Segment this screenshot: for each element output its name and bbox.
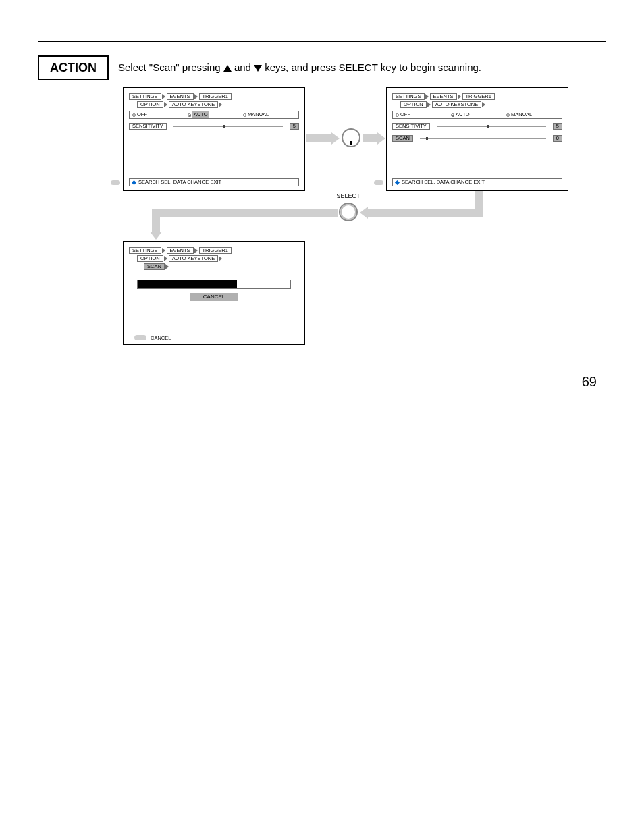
slider-row-b1: SENSITIVITY 5 xyxy=(392,123,562,130)
chevron-right-icon xyxy=(425,94,429,99)
panel-a: SETTINGS EVENTS TRIGGER1 OPTION AUTO KEY… xyxy=(123,87,305,191)
pill-icon xyxy=(111,180,120,185)
up-arrow-icon xyxy=(223,65,232,72)
bc-seg: OPTION xyxy=(400,101,427,108)
arrow-head-icon xyxy=(150,232,162,240)
chevron-right-icon xyxy=(458,94,461,99)
action-label: ACTION xyxy=(38,55,109,80)
chevron-right-icon xyxy=(164,256,167,261)
radio-label: MANUAL xyxy=(248,111,269,118)
down-arrow-icon xyxy=(254,65,262,72)
slider-value: 5 xyxy=(553,123,562,130)
select-label: SELECT xyxy=(337,192,360,199)
chevron-right-icon xyxy=(162,248,165,253)
diamond-icon xyxy=(395,180,400,184)
bc-seg: AUTO KEYSTONE xyxy=(169,101,219,108)
arrow-segment xyxy=(306,134,331,142)
chevron-right-icon xyxy=(165,264,169,269)
radio-row-a: OFF AUTO MANUAL xyxy=(129,111,299,119)
radio-label: AUTO xyxy=(456,111,470,118)
radio-label: OFF xyxy=(137,111,147,118)
arrow-head-icon xyxy=(331,132,340,145)
bc-seg: SCAN xyxy=(144,263,165,270)
selector-knob-icon xyxy=(341,128,361,148)
bc-seg: SETTINGS xyxy=(129,247,161,254)
instr-post: keys, and press SELECT key to begin scan… xyxy=(265,61,481,73)
pill-icon xyxy=(374,180,383,185)
instruction-text: Select "Scan" pressing and keys, and pre… xyxy=(118,61,481,74)
bc-seg: OPTION xyxy=(137,255,163,262)
breadcrumb-a1: SETTINGS EVENTS TRIGGER1 xyxy=(129,93,299,100)
chevron-right-icon xyxy=(194,94,198,99)
bc-seg: SETTINGS xyxy=(392,93,425,100)
arrow-segment xyxy=(152,209,160,233)
bc-seg: TRIGGER1 xyxy=(462,93,495,100)
bc-seg: AUTO KEYSTONE xyxy=(169,255,219,262)
rule-top xyxy=(38,41,606,42)
bc-seg: EVENTS xyxy=(167,93,194,100)
chevron-right-icon xyxy=(162,94,165,99)
arrow-head-icon xyxy=(377,132,385,145)
progress-block: CANCEL xyxy=(129,280,299,301)
panel-b: SETTINGS EVENTS TRIGGER1 OPTION AUTO KEY… xyxy=(386,87,568,191)
chevron-right-icon xyxy=(482,102,485,107)
breadcrumb-b1: SETTINGS EVENTS TRIGGER1 xyxy=(392,93,562,100)
page-number: 69 xyxy=(582,374,597,390)
bc-seg: AUTO KEYSTONE xyxy=(432,101,482,108)
panel-c: SETTINGS EVENTS TRIGGER1 OPTION AUTO KEY… xyxy=(123,241,305,345)
breadcrumb-c1: SETTINGS EVENTS TRIGGER1 xyxy=(129,247,299,254)
chevron-right-icon xyxy=(427,102,431,107)
chevron-right-icon xyxy=(219,256,222,261)
select-button-icon: SELECT xyxy=(338,202,358,222)
progress-bar xyxy=(137,280,291,289)
chevron-right-icon xyxy=(194,248,198,253)
radio-row-b: OFF AUTO MANUAL xyxy=(392,111,562,119)
chevron-right-icon xyxy=(219,102,222,107)
radio-label: OFF xyxy=(400,111,410,118)
slider-row-b2: SCAN 0 xyxy=(392,135,562,142)
bottom-text: SEARCH SEL. DATA CHANGE EXIT xyxy=(138,179,221,185)
arrow-head-icon xyxy=(360,207,368,219)
slider-label: SENSITIVITY xyxy=(129,123,167,130)
arrow-segment xyxy=(152,209,338,217)
bottom-text: SEARCH SEL. DATA CHANGE EXIT xyxy=(402,179,485,185)
bc-seg: SETTINGS xyxy=(129,93,161,100)
slider-value: 5 xyxy=(290,123,299,130)
diagram: SETTINGS EVENTS TRIGGER1 OPTION AUTO KEY… xyxy=(52,87,592,371)
breadcrumb-a2: OPTION AUTO KEYSTONE xyxy=(129,101,299,108)
breadcrumb-b2: OPTION AUTO KEYSTONE xyxy=(392,101,562,108)
slider-row-a: SENSITIVITY 5 xyxy=(129,123,299,130)
slider-label: SENSITIVITY xyxy=(392,123,430,130)
instr-mid: and xyxy=(234,61,254,73)
bc-seg: EVENTS xyxy=(167,247,194,254)
bc-seg: EVENTS xyxy=(430,93,457,100)
instruction-row: ACTION Select "Scan" pressing and keys, … xyxy=(38,55,606,80)
bc-seg: OPTION xyxy=(137,101,163,108)
bc-seg: TRIGGER1 xyxy=(199,93,232,100)
bottom-hint-a: SEARCH SEL. DATA CHANGE EXIT xyxy=(129,178,299,186)
radio-label: AUTO xyxy=(192,111,209,118)
arrow-segment xyxy=(363,134,377,142)
radio-label: MANUAL xyxy=(511,111,532,118)
pill-icon xyxy=(134,335,146,340)
bc-seg: TRIGGER1 xyxy=(199,247,232,254)
breadcrumb-c3: SCAN xyxy=(129,263,299,270)
diamond-icon xyxy=(132,180,136,184)
instr-pre: Select "Scan" pressing xyxy=(118,61,223,73)
bottom-hint-b: SEARCH SEL. DATA CHANGE EXIT xyxy=(392,178,562,186)
arrow-segment xyxy=(368,209,483,217)
chevron-right-icon xyxy=(164,102,167,107)
breadcrumb-c2: OPTION AUTO KEYSTONE xyxy=(129,255,299,262)
slider-value: 0 xyxy=(553,135,562,142)
slider-label: SCAN xyxy=(392,135,413,142)
cancel-button[interactable]: CANCEL xyxy=(190,293,238,301)
foot-text: CANCEL xyxy=(151,335,171,341)
